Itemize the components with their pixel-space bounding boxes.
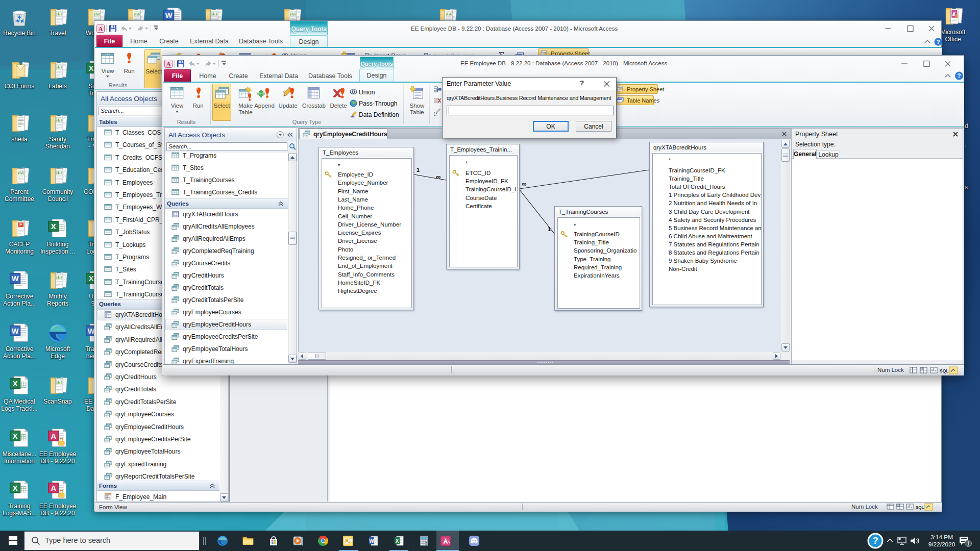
svg-text:X: X: [396, 538, 399, 544]
svg-text:?: ?: [937, 39, 940, 45]
svg-text:1: 1: [967, 541, 970, 546]
svg-text:?: ?: [957, 72, 961, 80]
svg-text:1: 1: [416, 167, 420, 173]
svg-text:?: ?: [872, 535, 878, 546]
svg-text:1: 1: [548, 226, 551, 232]
svg-text:SQL: SQL: [940, 368, 948, 373]
svg-text:SQL: SQL: [916, 505, 924, 510]
svg-text:W: W: [369, 538, 374, 544]
svg-text:∞: ∞: [522, 180, 526, 188]
svg-text:∞: ∞: [436, 173, 440, 181]
